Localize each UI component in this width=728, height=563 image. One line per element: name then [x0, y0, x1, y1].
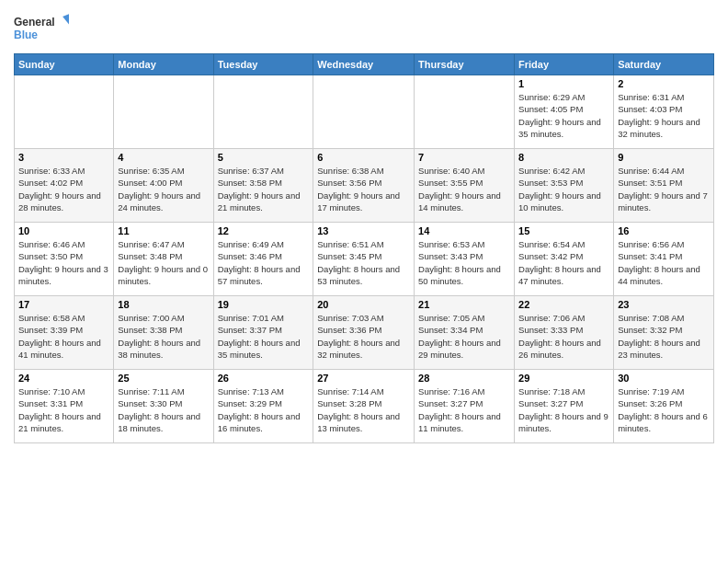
- calendar-cell: 21Sunrise: 7:05 AM Sunset: 3:34 PM Dayli…: [415, 296, 515, 370]
- calendar-cell: 14Sunrise: 6:53 AM Sunset: 3:43 PM Dayli…: [415, 223, 515, 296]
- calendar-table: SundayMondayTuesdayWednesdayThursdayFrid…: [14, 53, 714, 443]
- day-number: 4: [118, 152, 209, 163]
- day-number: 26: [218, 373, 310, 384]
- calendar-cell: 8Sunrise: 6:42 AM Sunset: 3:53 PM Daylig…: [515, 149, 614, 223]
- day-number: 19: [218, 299, 310, 310]
- day-info: Sunrise: 7:19 AM Sunset: 3:26 PM Dayligh…: [618, 385, 710, 434]
- calendar-cell: 23Sunrise: 7:08 AM Sunset: 3:32 PM Dayli…: [614, 296, 714, 370]
- day-info: Sunrise: 6:44 AM Sunset: 3:51 PM Dayligh…: [618, 165, 710, 213]
- calendar-cell: [15, 75, 114, 149]
- calendar-cell: 17Sunrise: 6:58 AM Sunset: 3:39 PM Dayli…: [15, 296, 114, 370]
- day-number: 1: [518, 78, 609, 89]
- day-info: Sunrise: 6:51 AM Sunset: 3:45 PM Dayligh…: [317, 238, 410, 287]
- calendar-page: General Blue SundayMondayTuesdayWednesda…: [0, 0, 728, 563]
- calendar-cell: 12Sunrise: 6:49 AM Sunset: 3:46 PM Dayli…: [213, 223, 313, 296]
- day-number: 7: [418, 152, 510, 163]
- day-info: Sunrise: 6:53 AM Sunset: 3:43 PM Dayligh…: [418, 238, 510, 287]
- day-info: Sunrise: 7:11 AM Sunset: 3:30 PM Dayligh…: [118, 385, 209, 434]
- logo-icon: General Blue: [14, 9, 69, 46]
- calendar-cell: 30Sunrise: 7:19 AM Sunset: 3:26 PM Dayli…: [614, 370, 714, 443]
- calendar-cell: [213, 75, 313, 149]
- day-number: 8: [518, 152, 609, 163]
- calendar-cell: 6Sunrise: 6:38 AM Sunset: 3:56 PM Daylig…: [313, 149, 415, 223]
- day-number: 12: [218, 225, 310, 236]
- calendar-cell: [313, 75, 415, 149]
- calendar-cell: 18Sunrise: 7:00 AM Sunset: 3:38 PM Dayli…: [114, 296, 213, 370]
- day-info: Sunrise: 7:13 AM Sunset: 3:29 PM Dayligh…: [218, 385, 310, 434]
- calendar-cell: [415, 75, 515, 149]
- day-number: 21: [418, 299, 510, 310]
- svg-text:General: General: [14, 16, 55, 29]
- calendar-cell: 7Sunrise: 6:40 AM Sunset: 3:55 PM Daylig…: [415, 149, 515, 223]
- day-info: Sunrise: 6:31 AM Sunset: 4:03 PM Dayligh…: [618, 91, 710, 140]
- day-info: Sunrise: 7:06 AM Sunset: 3:33 PM Dayligh…: [518, 312, 609, 361]
- day-info: Sunrise: 6:54 AM Sunset: 3:42 PM Dayligh…: [518, 238, 609, 287]
- day-number: 15: [518, 225, 609, 236]
- day-info: Sunrise: 7:18 AM Sunset: 3:27 PM Dayligh…: [518, 385, 609, 434]
- day-info: Sunrise: 6:38 AM Sunset: 3:56 PM Dayligh…: [317, 165, 410, 213]
- day-info: Sunrise: 6:49 AM Sunset: 3:46 PM Dayligh…: [218, 238, 310, 287]
- day-number: 16: [618, 225, 710, 236]
- day-info: Sunrise: 6:35 AM Sunset: 4:00 PM Dayligh…: [118, 165, 209, 213]
- day-header-wednesday: Wednesday: [313, 54, 415, 75]
- day-info: Sunrise: 6:29 AM Sunset: 4:05 PM Dayligh…: [518, 91, 609, 140]
- week-row-5: 24Sunrise: 7:10 AM Sunset: 3:31 PM Dayli…: [15, 370, 714, 443]
- day-info: Sunrise: 7:10 AM Sunset: 3:31 PM Dayligh…: [18, 385, 109, 434]
- day-number: 10: [18, 225, 109, 236]
- calendar-cell: 29Sunrise: 7:18 AM Sunset: 3:27 PM Dayli…: [515, 370, 614, 443]
- day-header-tuesday: Tuesday: [213, 54, 313, 75]
- day-info: Sunrise: 6:58 AM Sunset: 3:39 PM Dayligh…: [18, 312, 109, 361]
- day-number: 23: [618, 299, 710, 310]
- day-number: 20: [317, 299, 410, 310]
- calendar-cell: 27Sunrise: 7:14 AM Sunset: 3:28 PM Dayli…: [313, 370, 415, 443]
- day-number: 17: [18, 299, 109, 310]
- day-info: Sunrise: 7:14 AM Sunset: 3:28 PM Dayligh…: [317, 385, 410, 434]
- calendar-cell: 24Sunrise: 7:10 AM Sunset: 3:31 PM Dayli…: [15, 370, 114, 443]
- day-info: Sunrise: 7:01 AM Sunset: 3:37 PM Dayligh…: [218, 312, 310, 361]
- day-number: 13: [317, 225, 410, 236]
- day-info: Sunrise: 7:16 AM Sunset: 3:27 PM Dayligh…: [418, 385, 510, 434]
- week-row-2: 3Sunrise: 6:33 AM Sunset: 4:02 PM Daylig…: [15, 149, 714, 223]
- days-header-row: SundayMondayTuesdayWednesdayThursdayFrid…: [15, 54, 714, 75]
- calendar-cell: 15Sunrise: 6:54 AM Sunset: 3:42 PM Dayli…: [515, 223, 614, 296]
- day-info: Sunrise: 6:33 AM Sunset: 4:02 PM Dayligh…: [18, 165, 109, 213]
- calendar-cell: 9Sunrise: 6:44 AM Sunset: 3:51 PM Daylig…: [614, 149, 714, 223]
- calendar-cell: 4Sunrise: 6:35 AM Sunset: 4:00 PM Daylig…: [114, 149, 213, 223]
- day-info: Sunrise: 7:03 AM Sunset: 3:36 PM Dayligh…: [317, 312, 410, 361]
- day-number: 14: [418, 225, 510, 236]
- day-info: Sunrise: 7:05 AM Sunset: 3:34 PM Dayligh…: [418, 312, 510, 361]
- day-number: 9: [618, 152, 710, 163]
- calendar-cell: 28Sunrise: 7:16 AM Sunset: 3:27 PM Dayli…: [415, 370, 515, 443]
- day-number: 22: [518, 299, 609, 310]
- calendar-cell: 16Sunrise: 6:56 AM Sunset: 3:41 PM Dayli…: [614, 223, 714, 296]
- logo: General Blue: [14, 9, 69, 46]
- calendar-cell: 25Sunrise: 7:11 AM Sunset: 3:30 PM Dayli…: [114, 370, 213, 443]
- day-number: 30: [618, 373, 710, 384]
- day-number: 2: [618, 78, 710, 89]
- calendar-cell: 11Sunrise: 6:47 AM Sunset: 3:48 PM Dayli…: [114, 223, 213, 296]
- day-header-monday: Monday: [114, 54, 213, 75]
- day-info: Sunrise: 6:37 AM Sunset: 3:58 PM Dayligh…: [218, 165, 310, 213]
- day-number: 6: [317, 152, 410, 163]
- day-header-saturday: Saturday: [614, 54, 714, 75]
- day-info: Sunrise: 6:56 AM Sunset: 3:41 PM Dayligh…: [618, 238, 710, 287]
- day-info: Sunrise: 6:40 AM Sunset: 3:55 PM Dayligh…: [418, 165, 510, 213]
- calendar-cell: 3Sunrise: 6:33 AM Sunset: 4:02 PM Daylig…: [15, 149, 114, 223]
- day-number: 18: [118, 299, 209, 310]
- day-info: Sunrise: 7:00 AM Sunset: 3:38 PM Dayligh…: [118, 312, 209, 361]
- header: General Blue: [14, 9, 714, 46]
- calendar-cell: 19Sunrise: 7:01 AM Sunset: 3:37 PM Dayli…: [213, 296, 313, 370]
- calendar-cell: 10Sunrise: 6:46 AM Sunset: 3:50 PM Dayli…: [15, 223, 114, 296]
- day-number: 29: [518, 373, 609, 384]
- day-number: 27: [317, 373, 410, 384]
- day-number: 3: [18, 152, 109, 163]
- calendar-cell: 5Sunrise: 6:37 AM Sunset: 3:58 PM Daylig…: [213, 149, 313, 223]
- week-row-3: 10Sunrise: 6:46 AM Sunset: 3:50 PM Dayli…: [15, 223, 714, 296]
- day-number: 25: [118, 373, 209, 384]
- svg-marker-2: [63, 14, 69, 25]
- calendar-cell: 26Sunrise: 7:13 AM Sunset: 3:29 PM Dayli…: [213, 370, 313, 443]
- calendar-cell: 22Sunrise: 7:06 AM Sunset: 3:33 PM Dayli…: [515, 296, 614, 370]
- day-number: 5: [218, 152, 310, 163]
- day-info: Sunrise: 6:46 AM Sunset: 3:50 PM Dayligh…: [18, 238, 109, 287]
- day-number: 11: [118, 225, 209, 236]
